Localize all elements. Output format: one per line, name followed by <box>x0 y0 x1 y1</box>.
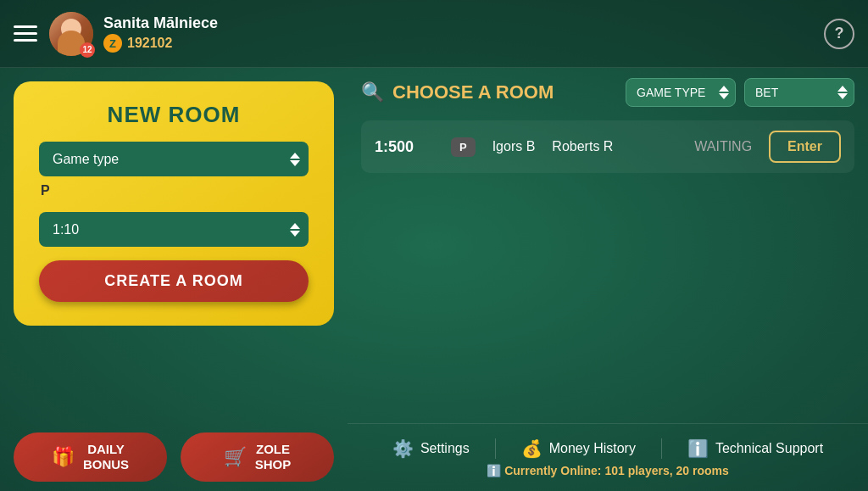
room-players: Igors B Roberts R <box>492 139 678 154</box>
enter-room-button[interactable]: Enter <box>769 131 841 163</box>
coin-amount: 192102 <box>127 36 172 51</box>
footer-online: ℹ️ Currently Online: 101 players, 20 roo… <box>487 464 728 477</box>
new-room-title: NEW ROOM <box>108 102 241 128</box>
online-stats: 101 players, 20 rooms <box>604 464 728 477</box>
create-room-button[interactable]: CREATE A ROOM <box>39 260 309 302</box>
settings-label: Settings <box>420 441 470 456</box>
money-history-link[interactable]: 💰 Money History <box>521 438 636 459</box>
footer-links: ⚙️ Settings 💰 Money History ℹ️ Technical… <box>392 438 823 459</box>
support-icon: ℹ️ <box>687 438 709 459</box>
room-type-badge: P <box>451 137 476 157</box>
bet-filter-wrapper: BET <box>744 78 854 107</box>
user-name: Sanita Mālniece <box>103 14 815 32</box>
search-icon: 🔍 <box>361 81 384 103</box>
bet-wrapper: 1:10 <box>39 212 309 247</box>
technical-support-link[interactable]: ℹ️ Technical Support <box>687 438 823 459</box>
daily-bonus-button[interactable]: 🎁 DAILYBONUS <box>14 432 167 482</box>
footer: ⚙️ Settings 💰 Money History ℹ️ Technical… <box>348 423 868 491</box>
divider2 <box>661 438 662 459</box>
player1-name: Igors B <box>492 139 536 154</box>
game-type-select[interactable]: Game type <box>39 142 309 176</box>
table-row: 1:500 P Igors B Roberts R WAITING Enter <box>361 120 854 173</box>
filter-dropdowns: GAME TYPE BET <box>626 78 854 107</box>
p-label: P <box>41 183 50 198</box>
divider1 <box>495 438 496 459</box>
zole-shop-button[interactable]: 🛒 ZOLESHOP <box>181 432 334 482</box>
money-history-label: Money History <box>549 441 636 456</box>
bottom-buttons: 🎁 DAILYBONUS 🛒 ZOLESHOP <box>0 423 348 491</box>
zole-icon: Z <box>103 34 122 53</box>
game-type-filter[interactable]: GAME TYPE <box>626 78 736 107</box>
avatar-container: 12 <box>49 12 93 56</box>
gift-icon: 🎁 <box>52 446 75 468</box>
choose-room-title: 🔍 CHOOSE A ROOM <box>361 81 554 103</box>
main-content: NEW ROOM Game type P 1:10 <box>0 68 868 423</box>
zole-shop-label: ZOLESHOP <box>255 442 292 472</box>
notification-badge: 12 <box>80 42 95 58</box>
cart-icon: 🛒 <box>224 446 247 468</box>
room-status: WAITING <box>694 139 752 154</box>
settings-icon: ⚙️ <box>392 438 414 459</box>
user-coins: Z 192102 <box>103 34 815 53</box>
game-type-wrapper: Game type <box>39 142 309 176</box>
money-history-icon: 💰 <box>521 438 542 459</box>
menu-button[interactable] <box>14 25 37 42</box>
room-list: 1:500 P Igors B Roberts R WAITING Enter <box>361 120 854 413</box>
left-panel: NEW ROOM Game type P 1:10 <box>0 68 348 423</box>
game-type-filter-wrapper: GAME TYPE <box>626 78 736 107</box>
new-room-card: NEW ROOM Game type P 1:10 <box>14 81 334 326</box>
technical-support-label: Technical Support <box>715 441 823 456</box>
bet-select[interactable]: 1:10 <box>39 212 309 247</box>
help-button[interactable]: ? <box>824 19 854 49</box>
settings-link[interactable]: ⚙️ Settings <box>392 438 470 459</box>
bet-filter[interactable]: BET <box>744 78 854 107</box>
header: 12 Sanita Mālniece Z 192102 ? <box>0 0 868 68</box>
daily-bonus-label: DAILYBONUS <box>83 442 129 472</box>
right-panel: 🔍 CHOOSE A ROOM GAME TYPE BET <box>348 68 868 423</box>
online-text: ℹ️ <box>487 464 504 477</box>
room-bet: 1:500 <box>375 138 434 156</box>
choose-room-header: 🔍 CHOOSE A ROOM GAME TYPE BET <box>361 78 854 107</box>
player2-name: Roberts R <box>552 139 613 154</box>
user-info: Sanita Mālniece Z 192102 <box>103 14 815 53</box>
